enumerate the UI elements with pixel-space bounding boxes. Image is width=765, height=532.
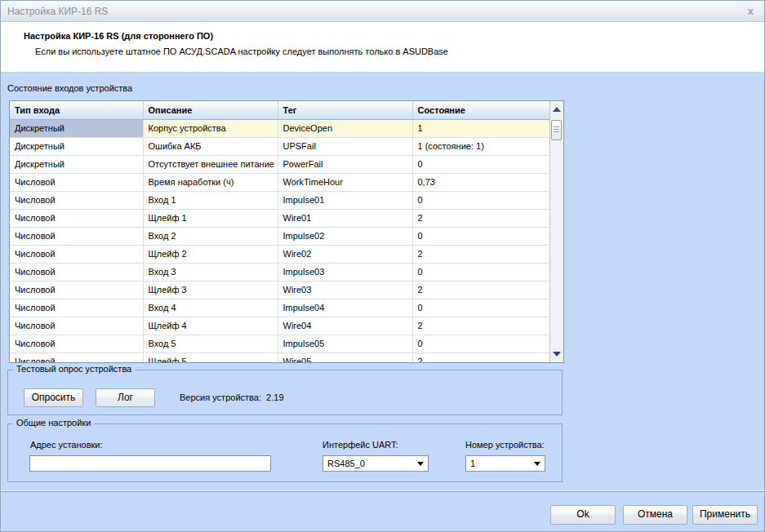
- table-cell: Impulse02: [278, 227, 412, 245]
- table-cell: 2: [412, 245, 549, 263]
- table-row[interactable]: ДискретныйКорпус устройстваDeviceOpen1: [10, 119, 549, 137]
- device-version-label: Версия устройства:: [180, 392, 261, 402]
- table-row[interactable]: ЧисловойВход 1Impulse010: [10, 191, 549, 209]
- table-cell: Щлейф 1: [143, 209, 278, 227]
- table-cell: 0: [412, 227, 549, 245]
- inputs-table: Тип входаОписаниеТегСостояние Дискретный…: [9, 100, 564, 363]
- table-cell: 0: [412, 299, 549, 317]
- table-cell: Вход 1: [143, 191, 278, 209]
- table-cell: 2: [412, 281, 549, 299]
- table-cell: 0: [412, 335, 549, 352]
- device-number-label: Номер устройства:: [465, 440, 545, 450]
- table-cell: Дискретный: [10, 137, 143, 155]
- table-cell: Числовой: [10, 227, 143, 245]
- table-cell: Числовой: [10, 352, 143, 362]
- close-icon[interactable]: x: [748, 5, 754, 17]
- table-row[interactable]: ДискретныйОшибка АКБUPSFail1 (состояние:…: [10, 137, 549, 155]
- table-cell: 2: [412, 317, 549, 335]
- header-subtitle: Если вы используете штатное ПО АСУД.SCAD…: [35, 47, 448, 56]
- table-cell: Impulse01: [278, 191, 412, 209]
- table-cell: Impulse04: [278, 299, 412, 317]
- table-header-row[interactable]: Тип входаОписаниеТегСостояние: [10, 101, 549, 119]
- column-header[interactable]: Тег: [278, 101, 412, 119]
- table-cell: 0: [412, 155, 549, 173]
- table-row[interactable]: ЧисловойЩлейф 5Wire052: [10, 352, 549, 362]
- table-row[interactable]: ЧисловойЩлейф 4Wire042: [10, 317, 549, 335]
- apply-button[interactable]: Применить: [692, 505, 758, 525]
- table-cell: WorkTimeHour: [278, 173, 412, 191]
- table-row[interactable]: ЧисловойЩлейф 2Wire022: [10, 245, 549, 263]
- table-cell: 2: [412, 352, 549, 362]
- table-cell: 0: [412, 263, 549, 281]
- table-row[interactable]: ЧисловойВход 2Impulse020: [10, 227, 549, 245]
- thumb-grip: [554, 126, 559, 134]
- table-cell: Вход 5: [143, 335, 278, 352]
- table-cell: Щлейф 2: [143, 245, 278, 263]
- table-row[interactable]: ЧисловойВход 3Impulse030: [10, 263, 549, 281]
- table-cell: Вход 3: [143, 263, 278, 281]
- device-number-select[interactable]: 1: [465, 455, 545, 472]
- table-cell: Отсутствует внешнее питание: [143, 155, 278, 173]
- test-poll-group: Тестовый опрос устройства Опросить Лог В…: [7, 370, 563, 415]
- table-cell: Щлейф 4: [143, 317, 278, 335]
- footer-divider: [1, 491, 764, 492]
- device-version-value: 2.19: [266, 392, 283, 402]
- table-cell: 1: [412, 119, 549, 137]
- scrollbar-thumb[interactable]: [551, 120, 562, 140]
- table-cell: UPSFail: [278, 137, 412, 155]
- uart-select[interactable]: RS485_0: [322, 455, 429, 472]
- table-cell: Время наработки (ч): [143, 173, 278, 191]
- table-row[interactable]: ЧисловойЩлейф 3Wire032: [10, 281, 549, 299]
- table-cell: Числовой: [10, 335, 143, 352]
- test-poll-group-label: Тестовый опрос устройства: [13, 364, 135, 374]
- table-cell: Числовой: [10, 245, 143, 263]
- table-cell: Ошибка АКБ: [143, 137, 278, 155]
- inputs-grid-area: Тип входаОписаниеТегСостояние Дискретный…: [10, 101, 549, 362]
- table-cell: Корпус устройства: [143, 119, 278, 137]
- table-cell: 2: [412, 209, 549, 227]
- table-cell: Числовой: [10, 299, 143, 317]
- inputs-section-label: Состояние входов устройства: [7, 83, 132, 93]
- table-cell: Impulse05: [278, 335, 412, 352]
- column-header[interactable]: Состояние: [412, 101, 549, 119]
- general-settings-group: Общие настройки Адрес установки: Интерфе…: [7, 423, 563, 482]
- poll-button[interactable]: Опросить: [24, 388, 83, 407]
- table-row[interactable]: ЧисловойВремя наработки (ч)WorkTimeHour0…: [10, 173, 549, 191]
- table-cell: Wire01: [278, 209, 412, 227]
- table-cell: Wire02: [278, 245, 412, 263]
- table-row[interactable]: ДискретныйОтсутствует внешнее питаниеPow…: [10, 155, 549, 173]
- header-title: Настройка КИР-16 RS (для стороннего ПО): [24, 31, 213, 41]
- table-row[interactable]: ЧисловойЩлейф 1Wire012: [10, 209, 549, 227]
- device-number-select-value: 1: [470, 459, 475, 468]
- general-settings-group-label: Общие настройки: [13, 418, 94, 428]
- chevron-down-icon: [534, 462, 540, 466]
- table-cell: 0: [412, 191, 549, 209]
- table-cell: Числовой: [10, 209, 143, 227]
- table-cell: Щлейф 5: [143, 352, 278, 362]
- scroll-down-icon[interactable]: [550, 348, 563, 361]
- column-header[interactable]: Описание: [143, 101, 278, 119]
- cancel-button[interactable]: Отмена: [623, 505, 687, 525]
- uart-label: Интерфейс UART:: [322, 440, 398, 450]
- address-input[interactable]: [29, 455, 271, 472]
- table-cell: Wire04: [278, 317, 412, 335]
- table-cell: Числовой: [10, 281, 143, 299]
- titlebar[interactable]: Настройка КИР-16 RS x: [1, 1, 764, 22]
- table-cell: Числовой: [10, 263, 143, 281]
- table-cell: PowerFail: [278, 155, 412, 173]
- log-button[interactable]: Лог: [96, 388, 155, 407]
- table-cell: 0,73: [412, 173, 549, 191]
- table-cell: Вход 4: [143, 299, 278, 317]
- table-row[interactable]: ЧисловойВход 4Impulse040: [10, 299, 549, 317]
- table-cell: Числовой: [10, 317, 143, 335]
- vertical-scrollbar[interactable]: [549, 101, 563, 362]
- chevron-down-icon: [417, 462, 424, 466]
- scroll-up-icon[interactable]: [550, 103, 563, 116]
- ok-button[interactable]: Ok: [550, 505, 616, 525]
- table-cell: Wire05: [278, 352, 412, 362]
- address-label: Адрес установки:: [30, 440, 103, 450]
- table-row[interactable]: ЧисловойВход 5Impulse050: [10, 335, 549, 352]
- column-header[interactable]: Тип входа: [10, 101, 143, 119]
- table-cell: Вход 2: [143, 227, 278, 245]
- table-cell: Щлейф 3: [143, 281, 278, 299]
